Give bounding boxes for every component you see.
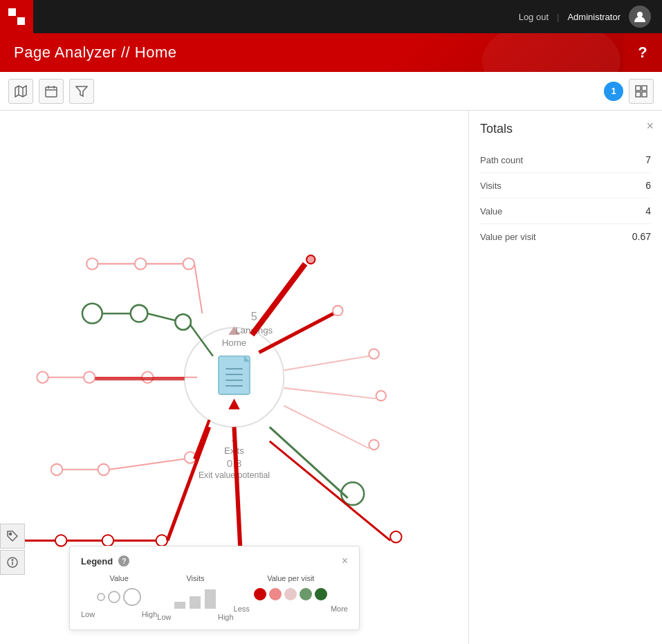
svg-rect-12 bbox=[642, 92, 647, 97]
layout-button[interactable] bbox=[629, 79, 654, 104]
svg-line-72 bbox=[270, 427, 348, 498]
svg-point-56 bbox=[55, 535, 66, 546]
svg-rect-14 bbox=[219, 356, 250, 394]
svg-point-50 bbox=[98, 464, 109, 475]
panel-row-value-per-visit: Value per visit 0.67 bbox=[480, 224, 651, 249]
svg-text:Exit value potential: Exit value potential bbox=[199, 470, 270, 480]
legend-value-low: Low bbox=[81, 610, 95, 618]
svg-point-41 bbox=[37, 371, 48, 383]
svg-rect-4 bbox=[46, 87, 57, 97]
panel-label-path-count: Path count bbox=[480, 155, 523, 165]
svg-point-39 bbox=[175, 314, 191, 330]
svg-point-35 bbox=[82, 304, 102, 324]
app-logo bbox=[0, 0, 33, 33]
legend-close-button[interactable]: × bbox=[342, 555, 348, 567]
legend-visits-title: Visits bbox=[186, 574, 204, 582]
svg-line-62 bbox=[252, 264, 305, 335]
legend-title: Legend ? bbox=[81, 555, 129, 567]
svg-point-60 bbox=[156, 535, 167, 546]
legend-circle-medium bbox=[108, 591, 120, 603]
svg-rect-9 bbox=[636, 86, 641, 91]
admin-label: Administrator bbox=[567, 12, 620, 22]
svg-line-74 bbox=[270, 441, 390, 541]
svg-point-33 bbox=[183, 258, 194, 269]
logout-link[interactable]: Log out bbox=[519, 12, 549, 22]
svg-point-29 bbox=[86, 258, 98, 269]
totals-panel: × Totals Path count 7 Visits 6 Value 4 V… bbox=[468, 111, 662, 644]
legend-bar-medium bbox=[190, 596, 201, 609]
legend-vpv-more: More bbox=[331, 605, 348, 613]
legend-bar-large bbox=[205, 589, 216, 609]
svg-point-67 bbox=[369, 349, 378, 358]
svg-line-53 bbox=[194, 420, 210, 459]
svg-line-34 bbox=[194, 264, 202, 313]
svg-point-75 bbox=[390, 531, 401, 542]
legend-vpv-less: Less bbox=[234, 605, 250, 613]
svg-point-0 bbox=[637, 12, 643, 17]
help-button[interactable]: ? bbox=[623, 33, 662, 72]
legend-value-title: Value bbox=[109, 574, 128, 582]
legend-color-dark-red bbox=[254, 588, 266, 600]
panel-label-value: Value bbox=[480, 206, 502, 217]
legend-panel: Legend ? × Value Low High bbox=[69, 546, 360, 630]
svg-point-37 bbox=[131, 305, 148, 322]
panel-label-visits: Visits bbox=[480, 181, 502, 191]
legend-color-light-green bbox=[300, 588, 312, 600]
legend-visits-low: Low bbox=[157, 613, 171, 621]
panel-value-visits: 6 bbox=[645, 180, 651, 191]
legend-value-high: High bbox=[142, 610, 158, 618]
legend-bar-small bbox=[174, 602, 185, 609]
filter-button[interactable] bbox=[69, 79, 94, 104]
svg-point-71 bbox=[369, 440, 378, 450]
legend-color-dark-green bbox=[315, 588, 327, 600]
svg-line-68 bbox=[284, 388, 376, 398]
avatar bbox=[629, 6, 651, 28]
map-button[interactable] bbox=[8, 79, 33, 104]
tag-button[interactable] bbox=[0, 524, 25, 549]
legend-vpv-title: Value per visit bbox=[267, 574, 314, 582]
svg-rect-11 bbox=[636, 92, 641, 97]
legend-circle-large bbox=[123, 588, 141, 606]
panel-label-vpv: Value per visit bbox=[480, 232, 536, 242]
panel-row-visits: Visits 6 bbox=[480, 173, 651, 199]
svg-point-48 bbox=[51, 464, 62, 475]
svg-text:Home: Home bbox=[222, 338, 247, 348]
nav-separator: | bbox=[557, 12, 559, 22]
svg-rect-10 bbox=[642, 86, 647, 91]
filter-count-badge: 1 bbox=[604, 82, 623, 101]
svg-line-70 bbox=[284, 406, 369, 449]
panel-row-value: Value 4 bbox=[480, 199, 651, 224]
panel-row-path-count: Path count 7 bbox=[480, 147, 651, 173]
svg-point-63 bbox=[306, 255, 315, 264]
svg-marker-1 bbox=[15, 86, 26, 97]
legend-color-pale bbox=[284, 588, 297, 600]
panel-close-button[interactable]: × bbox=[646, 119, 654, 134]
info-button[interactable] bbox=[0, 550, 25, 575]
panel-value-path-count: 7 bbox=[645, 154, 651, 165]
svg-point-31 bbox=[135, 258, 146, 269]
panel-title: Totals bbox=[480, 122, 651, 136]
visualization-area: Home 5 Landings 1 Exits 0.8 Exit value p… bbox=[0, 111, 468, 644]
legend-visits-high: High bbox=[218, 613, 234, 621]
svg-point-43 bbox=[84, 371, 95, 383]
svg-line-51 bbox=[109, 459, 185, 469]
svg-marker-8 bbox=[76, 86, 87, 96]
svg-point-77 bbox=[10, 533, 12, 535]
svg-line-61 bbox=[167, 427, 210, 540]
side-icons-panel bbox=[0, 524, 25, 575]
legend-help-icon: ? bbox=[118, 555, 129, 567]
panel-value-value: 4 bbox=[645, 205, 651, 217]
svg-point-80 bbox=[12, 560, 13, 561]
svg-point-58 bbox=[102, 535, 113, 546]
svg-point-69 bbox=[376, 391, 386, 401]
svg-line-66 bbox=[284, 356, 369, 371]
svg-line-38 bbox=[147, 313, 176, 320]
svg-point-65 bbox=[333, 306, 342, 315]
svg-text:5: 5 bbox=[251, 310, 257, 322]
calendar-button[interactable] bbox=[39, 79, 64, 104]
page-title: Page Analyzer // Home bbox=[14, 44, 177, 62]
legend-color-light-red bbox=[269, 588, 282, 600]
legend-circle-small bbox=[97, 593, 105, 601]
panel-value-vpv: 0.67 bbox=[632, 231, 651, 242]
